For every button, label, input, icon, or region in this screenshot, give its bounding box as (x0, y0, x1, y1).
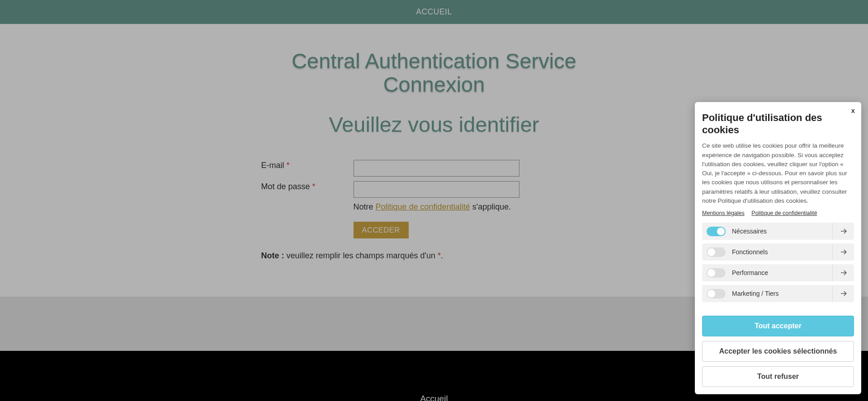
email-input-wrap (354, 160, 607, 177)
nav-home-link[interactable]: ACCUEIL (416, 7, 452, 17)
cookie-category-performance: Performance (702, 264, 854, 281)
password-row: Mot de passe * (261, 181, 607, 198)
cookie-legal-links: Mentions légales Politique de confidenti… (702, 210, 854, 216)
cookie-description: Ce site web utilise les cookies pour off… (702, 141, 854, 205)
reject-all-button[interactable]: Tout refuser (702, 366, 854, 387)
privacy-notice: Notre Politique de confidentialité s'app… (354, 202, 607, 212)
login-form: E-mail * Mot de passe * Notre Politique … (261, 160, 607, 261)
email-input[interactable] (354, 160, 519, 177)
privacy-policy-link[interactable]: Politique de confidentialité (376, 202, 470, 211)
password-input[interactable] (354, 181, 519, 198)
email-row: E-mail * (261, 160, 607, 177)
privacy-suffix: s'applique. (470, 202, 511, 211)
cookie-consent-panel: x Politique d'utilisation des cookies Ce… (695, 102, 861, 394)
arrow-right-icon (839, 268, 848, 277)
top-nav: ACCUEIL (0, 0, 868, 24)
cookie-cat-left: Nécessaires (702, 227, 832, 236)
note-text: veuillez remplir les champs marqués d'un (284, 251, 438, 260)
expand-necessary[interactable] (832, 223, 854, 240)
toggle-knob (708, 248, 715, 256)
note-end: . (441, 251, 443, 260)
cookie-cat-label: Fonctionnels (732, 248, 768, 256)
privacy-policy-link-cookie[interactable]: Politique de confidentialité (751, 210, 817, 216)
submit-button[interactable]: ACCEDER (354, 222, 409, 238)
toggle-marketing[interactable] (707, 289, 726, 298)
cookie-buttons: Tout accepter Accepter les cookies sélec… (702, 316, 854, 387)
email-label: E-mail * (261, 160, 354, 170)
note-row: Note : veuillez remplir les champs marqu… (261, 251, 607, 261)
cookie-cat-label: Performance (732, 269, 768, 276)
cookie-cat-left: Marketing / Tiers (702, 289, 832, 298)
footer-home-link[interactable]: Accueil (420, 394, 448, 401)
submit-row: ACCEDER (354, 222, 607, 238)
email-label-text: E-mail (261, 161, 287, 170)
toggle-performance[interactable] (707, 268, 726, 278)
cookie-category-necessary: Nécessaires (702, 223, 854, 240)
arrow-right-icon (839, 289, 848, 298)
cookie-close-button[interactable]: x (851, 107, 855, 114)
toggle-knob (708, 269, 715, 277)
cookie-category-marketing: Marketing / Tiers (702, 285, 854, 302)
arrow-right-icon (839, 227, 848, 236)
page-title: Central Authentication Service Connexion (0, 49, 868, 96)
cookie-cat-left: Fonctionnels (702, 247, 832, 257)
password-label: Mot de passe * (261, 181, 354, 191)
note-bold: Note : (261, 251, 284, 260)
cookie-title: Politique d'utilisation des cookies (702, 112, 854, 136)
expand-performance[interactable] (832, 264, 854, 281)
required-mark: * (287, 161, 290, 170)
cookie-category-functional: Fonctionnels (702, 243, 854, 261)
cookie-categories: Nécessaires Fonctionnels Performance (702, 223, 854, 302)
toggle-knob (717, 228, 725, 235)
required-mark: * (312, 182, 316, 191)
cookie-cat-left: Performance (702, 268, 832, 278)
toggle-knob (708, 290, 715, 298)
accept-all-button[interactable]: Tout accepter (702, 316, 854, 336)
page-title-line1: Central Authentication Service (292, 49, 576, 73)
legal-notice-link[interactable]: Mentions légales (702, 210, 745, 216)
cookie-cat-label: Nécessaires (732, 228, 767, 235)
password-input-wrap (354, 181, 607, 198)
arrow-right-icon (839, 247, 848, 256)
password-label-text: Mot de passe (261, 182, 312, 191)
toggle-necessary[interactable] (707, 227, 726, 236)
privacy-prefix: Notre (354, 202, 376, 211)
cookie-cat-label: Marketing / Tiers (732, 290, 778, 297)
accept-selected-button[interactable]: Accepter les cookies sélectionnés (702, 341, 854, 362)
expand-marketing[interactable] (832, 285, 854, 302)
toggle-functional[interactable] (707, 247, 726, 257)
expand-functional[interactable] (832, 243, 854, 261)
page-title-line2: Connexion (383, 72, 485, 96)
